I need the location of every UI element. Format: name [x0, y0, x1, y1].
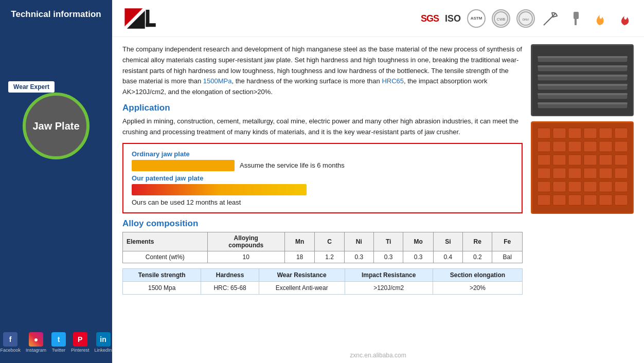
- desc-text-2: , the hardness of the working surface is…: [231, 77, 382, 85]
- alloy-row-1: Content (wt%) 10 18 1.2 0.3 0.3 0.3 0.4 …: [123, 251, 523, 263]
- svg-rect-26: [553, 128, 566, 138]
- svg-rect-53: [599, 182, 612, 192]
- linkedin-icon: in: [96, 332, 111, 347]
- svg-rect-56: [553, 195, 566, 205]
- ordinary-bar: [132, 160, 235, 171]
- svg-rect-9: [574, 12, 579, 19]
- alloy-cell-si: 0.4: [433, 251, 462, 263]
- facebook-social[interactable]: f Facebook: [0, 332, 21, 353]
- svg-line-8: [544, 23, 546, 25]
- dark-jaw-plate-image: [531, 44, 634, 116]
- svg-rect-45: [568, 168, 581, 178]
- our-bar-row: [132, 184, 513, 195]
- alloy-cell-mo: 0.3: [403, 251, 433, 263]
- svg-rect-35: [599, 141, 612, 152]
- ordinary-bar-text: Assume the service life is 6 months: [240, 161, 345, 169]
- alloy-cell-ti: 0.3: [373, 251, 403, 263]
- svg-rect-46: [584, 168, 597, 178]
- svg-rect-60: [615, 195, 628, 205]
- iso-cert-icon: ISO: [445, 9, 461, 28]
- svg-rect-41: [599, 155, 612, 165]
- content-layout: The company independent research and dev…: [122, 44, 634, 297]
- tool-icon-3: [591, 9, 609, 28]
- svg-rect-20: [538, 75, 628, 77]
- astm-cert-icon: ASTM: [467, 9, 486, 28]
- our-bar: [132, 184, 307, 195]
- alloy-cell-10: 10: [207, 251, 284, 263]
- svg-rect-3: [146, 23, 156, 27]
- svg-rect-48: [615, 168, 628, 178]
- facebook-icon: f: [3, 332, 17, 347]
- svg-rect-21: [538, 84, 628, 86]
- jaw-plate-circle: Jaw Plate: [23, 93, 90, 159]
- svg-rect-50: [553, 182, 566, 192]
- application-title: Application: [122, 103, 523, 113]
- social-icons-bar: f Facebook ● Instagram t Twitter P Pinte…: [0, 332, 112, 353]
- svg-rect-23: [538, 102, 628, 104]
- tool-icon-2: [566, 9, 584, 28]
- alloy-col-ni: Ni: [344, 232, 373, 251]
- alloy-cell-re: 0.2: [463, 251, 492, 263]
- props-cell-hardness: HRC: 65-68: [201, 281, 259, 294]
- svg-rect-33: [568, 141, 581, 152]
- linkedin-label: LinkedIn: [95, 348, 112, 353]
- alloy-col-mn: Mn: [284, 232, 314, 251]
- svg-rect-31: [538, 141, 550, 152]
- alloy-cell-18: 18: [284, 251, 314, 263]
- application-paragraph: Applied in mining, construction, cement,…: [122, 116, 523, 138]
- svg-rect-25: [538, 128, 550, 138]
- cert-circle-1: CWB: [492, 9, 510, 28]
- alloy-table: Elements Alloyingcompounds Mn C Ni Ti Mo…: [122, 232, 523, 263]
- props-col-section: Section elongation: [433, 268, 522, 281]
- svg-rect-19: [538, 65, 628, 67]
- alloy-col-ti: Ti: [373, 232, 403, 251]
- svg-rect-10: [575, 18, 577, 25]
- description-paragraph: The company independent research and dev…: [122, 44, 523, 98]
- svg-rect-58: [584, 195, 597, 205]
- svg-rect-39: [568, 155, 581, 165]
- instagram-social[interactable]: ● Instagram: [26, 332, 46, 353]
- company-logo: [122, 6, 158, 31]
- sgs-cert-icon: SGS: [421, 9, 439, 28]
- sidebar-title: Technical information: [0, 0, 112, 27]
- alloy-cell-c: 1.2: [315, 251, 344, 263]
- linkedin-social[interactable]: in LinkedIn: [95, 332, 112, 353]
- instagram-label: Instagram: [26, 348, 46, 353]
- props-cell-impact: >120J/cm2: [345, 281, 433, 294]
- props-cell-wear: Excellent Anti-wear: [259, 281, 345, 294]
- certification-icons: SGS ISO ASTM CWB DNV: [421, 9, 634, 28]
- props-row-1: 1500 Mpa HRC: 65-68 Excellent Anti-wear …: [123, 281, 523, 294]
- twitter-icon: t: [51, 332, 66, 347]
- props-cell-section: >20%: [433, 281, 522, 294]
- tensile-strength-link[interactable]: 1500MPa: [203, 77, 232, 85]
- pinterest-social[interactable]: P Pinterest: [71, 332, 90, 353]
- alloy-composition-title: Alloy composition: [122, 219, 523, 229]
- our-bar-note: Ours can be used 12 months at least: [132, 198, 513, 206]
- svg-rect-42: [615, 155, 628, 165]
- svg-text:CWB: CWB: [497, 17, 506, 21]
- jaw-plate-section: Wear Expert Jaw Plate: [23, 88, 90, 159]
- watermark: zxnc.en.alibaba.com: [350, 352, 406, 359]
- alloy-cell-fe: Bal: [492, 251, 523, 263]
- svg-rect-44: [553, 168, 566, 178]
- our-jaw-plate-label: Our patented jaw plate: [132, 174, 513, 182]
- alloy-col-fe: Fe: [492, 232, 523, 251]
- props-col-tensile: Tensile strength: [123, 268, 201, 281]
- wear-expert-badge: Wear Expert: [8, 81, 55, 93]
- comparison-box: Ordinary jaw plate Assume the service li…: [122, 143, 523, 213]
- svg-rect-40: [584, 155, 597, 165]
- alloy-col-alloying: Alloyingcompounds: [207, 232, 284, 251]
- hardness-link[interactable]: HRC65: [382, 77, 404, 85]
- pinterest-label: Pinterest: [71, 348, 90, 353]
- svg-rect-59: [599, 195, 612, 205]
- svg-rect-55: [538, 195, 550, 205]
- svg-rect-54: [615, 182, 628, 192]
- ordinary-jaw-plate-label: Ordinary jaw plate: [132, 150, 513, 158]
- props-col-hardness: Hardness: [201, 268, 259, 281]
- pinterest-icon: P: [73, 332, 87, 347]
- facebook-label: Facebook: [0, 348, 21, 353]
- logo-area: [122, 6, 158, 31]
- svg-rect-51: [568, 182, 581, 192]
- alloy-col-elements: Elements: [123, 232, 208, 251]
- twitter-social[interactable]: t Twitter: [51, 332, 66, 353]
